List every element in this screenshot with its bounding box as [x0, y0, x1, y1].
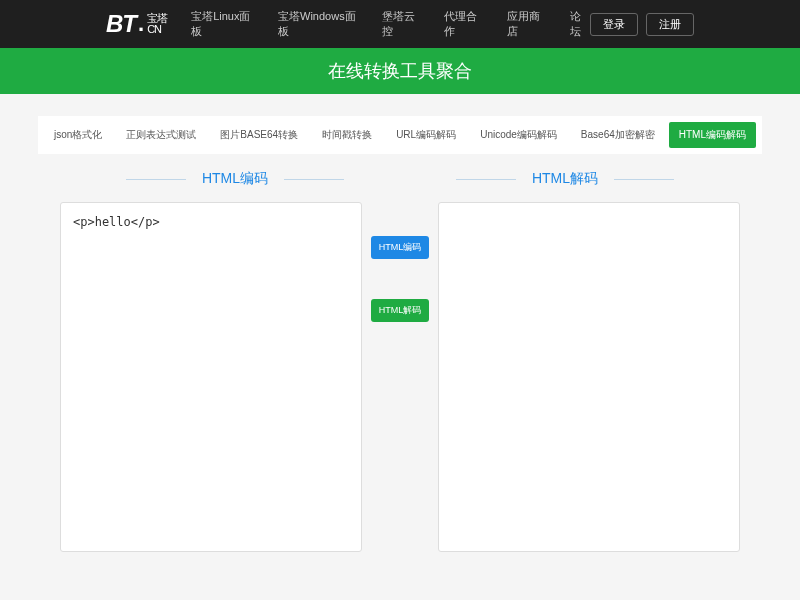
tab-unicode[interactable]: Unicode编码解码 [470, 122, 567, 148]
left-title: HTML编码 [202, 170, 268, 188]
main-nav: 宝塔Linux面板 宝塔Windows面板 堡塔云控 代理合作 应用商店 论坛 [191, 9, 590, 39]
divider-line [614, 179, 674, 180]
logo-bt: BT [106, 10, 136, 38]
auth-links: 登录 注册 [590, 13, 694, 36]
tab-url[interactable]: URL编码解码 [386, 122, 466, 148]
tab-regex[interactable]: 正则表达式测试 [116, 122, 206, 148]
tab-json[interactable]: json格式化 [44, 122, 112, 148]
nav-linux[interactable]: 宝塔Linux面板 [191, 9, 256, 39]
nav-cloud[interactable]: 堡塔云控 [382, 9, 423, 39]
output-textarea[interactable] [438, 202, 740, 552]
main-content: HTML编码 HTML解码 [0, 188, 800, 552]
left-title-col: HTML编码 [70, 170, 400, 188]
divider-line [456, 179, 516, 180]
input-textarea[interactable] [60, 202, 362, 552]
nav-agent[interactable]: 代理合作 [444, 9, 485, 39]
tab-timestamp[interactable]: 时间戳转换 [312, 122, 382, 148]
banner-title: 在线转换工具聚合 [328, 59, 472, 83]
nav-windows[interactable]: 宝塔Windows面板 [278, 9, 360, 39]
top-header: BT. 宝塔 CN 宝塔Linux面板 宝塔Windows面板 堡塔云控 代理合… [0, 0, 800, 48]
nav-store[interactable]: 应用商店 [507, 9, 548, 39]
logo-dot: . [138, 11, 143, 37]
nav-forum[interactable]: 论坛 [570, 9, 590, 39]
section-titles: HTML编码 HTML解码 [0, 170, 800, 188]
login-link[interactable]: 登录 [590, 13, 638, 36]
right-title-col: HTML解码 [400, 170, 730, 188]
action-buttons: HTML编码 HTML解码 [370, 202, 430, 552]
tab-html[interactable]: HTML编码解码 [669, 122, 756, 148]
divider-line [284, 179, 344, 180]
tabs-container: json格式化 正则表达式测试 图片BASE64转换 时间戳转换 URL编码解码… [0, 116, 800, 154]
register-link[interactable]: 注册 [646, 13, 694, 36]
divider-line [126, 179, 186, 180]
decode-button[interactable]: HTML解码 [371, 299, 430, 322]
logo-sub2: CN [147, 24, 167, 35]
tab-base64[interactable]: Base64加密解密 [571, 122, 665, 148]
page-banner: 在线转换工具聚合 [0, 48, 800, 94]
tool-tabs: json格式化 正则表达式测试 图片BASE64转换 时间戳转换 URL编码解码… [38, 116, 762, 154]
tab-base64img[interactable]: 图片BASE64转换 [210, 122, 308, 148]
encode-button[interactable]: HTML编码 [371, 236, 430, 259]
right-title: HTML解码 [532, 170, 598, 188]
logo-sub: 宝塔 CN [147, 13, 167, 35]
logo[interactable]: BT. 宝塔 CN [106, 10, 167, 38]
